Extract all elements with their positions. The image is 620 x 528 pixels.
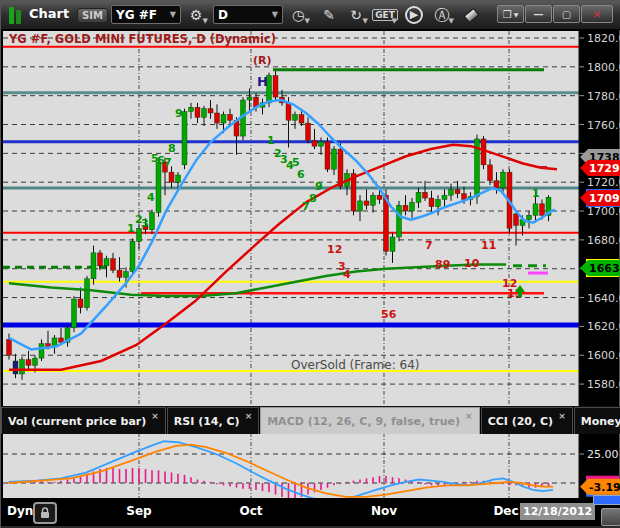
- chart-annotation: H: [257, 74, 268, 89]
- month-label-sep: Sep: [126, 504, 151, 518]
- chart-annotation: 89: [435, 258, 450, 271]
- price-axis-label: 1580.0: [587, 378, 620, 391]
- chart-annotation: 4: [343, 268, 351, 281]
- close-icon[interactable]: ×: [151, 411, 159, 421]
- candle-body: [156, 162, 161, 212]
- scroll-corner-button[interactable]: [601, 508, 620, 526]
- candle-body: [182, 112, 187, 165]
- play-icon: ▶: [405, 6, 423, 24]
- candle-body: [533, 204, 538, 216]
- chevron-down-icon: ▼: [203, 17, 208, 25]
- tab-rsi[interactable]: RSI (14, C) ×: [167, 407, 259, 434]
- eraser-tool-button[interactable]: [458, 4, 484, 26]
- lock-button[interactable]: [33, 502, 57, 524]
- tab-label: RSI (14, C): [174, 415, 240, 428]
- scrollbar-thumb[interactable]: [593, 495, 620, 505]
- chart-annotation: 7: [425, 239, 433, 252]
- candle-body: [176, 175, 181, 182]
- candle-body: [319, 142, 324, 146]
- candle-body: [189, 107, 194, 111]
- price-axis-tag-value: 1709.6: [589, 192, 620, 205]
- lock-icon: [39, 507, 51, 519]
- tab-macd[interactable]: MACD (12, 26, C, 9, false, true) ×: [260, 407, 479, 434]
- candle-body: [91, 253, 96, 279]
- candle-body: [325, 142, 330, 169]
- play-button[interactable]: ▶: [401, 4, 427, 26]
- candle-body: [286, 103, 291, 120]
- symbol-value: YG #F: [116, 8, 157, 22]
- candle-body: [403, 205, 408, 211]
- candle-body: [78, 299, 83, 308]
- chart-annotation: 9: [175, 107, 183, 120]
- time-axis-bar: Dyn Sep Oct Nov Dec 12/18/2012: [1, 498, 620, 528]
- a-circle-icon: Ⓐ: [435, 6, 450, 25]
- candle-body: [455, 189, 460, 193]
- dyn-mode-button[interactable]: Dyn: [7, 504, 33, 518]
- chart-annotation: 8: [309, 192, 317, 205]
- candle-body: [85, 279, 90, 308]
- candle-body: [13, 361, 18, 374]
- candle-body: [208, 109, 213, 113]
- popout-window-button[interactable]: ❐ ▼: [497, 5, 524, 23]
- candle-body: [26, 360, 31, 366]
- candle-body: [501, 172, 506, 188]
- indicator-axis-label: 25.00: [587, 448, 619, 461]
- candle-body: [358, 201, 363, 211]
- interval-combobox[interactable]: D ▼: [213, 5, 283, 24]
- maximize-button[interactable]: ▢: [553, 5, 580, 23]
- candle-body: [442, 195, 447, 199]
- chart-annotation-tick: [540, 166, 547, 169]
- price-axis-label: 1720.0: [587, 176, 620, 189]
- price-axis-label: 1680.0: [587, 234, 620, 247]
- candle-body: [416, 192, 421, 202]
- chart-annotation: 56: [381, 308, 397, 321]
- close-icon[interactable]: ×: [558, 411, 566, 421]
- indicator-plot-background: [3, 433, 579, 498]
- tab-cci[interactable]: CCI (20, C) ×: [481, 407, 573, 434]
- close-button[interactable]: ✕: [581, 5, 613, 23]
- month-label-dec: Dec: [493, 504, 518, 518]
- chart-canvas[interactable]: 1820.01800.01780.01760.01740.01720.01700…: [1, 29, 620, 528]
- tab-label: Vol (current price bar): [8, 415, 146, 428]
- auto-trade-button[interactable]: Ⓐ ▼: [429, 4, 455, 26]
- candle-body: [293, 114, 298, 120]
- candle-body: [215, 113, 220, 123]
- symbol-settings-button[interactable]: ⚙▼: [183, 4, 209, 26]
- minimize-button[interactable]: —: [525, 5, 552, 23]
- candle-body: [488, 165, 493, 181]
- candle-body: [20, 360, 25, 374]
- chart-annotation: 1: [267, 134, 275, 147]
- candle-body: [410, 202, 415, 211]
- tab-moneyflow[interactable]: MoneyFlow (14) ×: [574, 407, 620, 434]
- candle-body: [137, 228, 142, 241]
- candle-body: [540, 204, 545, 216]
- candle-body: [130, 241, 135, 271]
- candle-body: [98, 253, 103, 266]
- get-data-button[interactable]: GET ▼: [372, 4, 398, 26]
- symbol-combobox[interactable]: YG #F ▼: [111, 5, 181, 24]
- chart-annotation: 1: [532, 187, 540, 200]
- candle-body: [150, 212, 155, 229]
- candle-body: [111, 259, 116, 271]
- minimize-icon: —: [534, 9, 544, 20]
- candle-body: [33, 358, 38, 365]
- indicator-tab-bar: Vol (current price bar) × RSI (14, C) × …: [1, 406, 620, 434]
- candle-body: [423, 192, 428, 198]
- popout-icon: ❐: [503, 9, 512, 20]
- candle-body: [364, 201, 369, 205]
- chevron-down-icon: ▼: [305, 17, 310, 25]
- draw-tool-button[interactable]: ✎: [316, 4, 342, 26]
- close-icon: ✕: [593, 9, 601, 20]
- time-template-button[interactable]: ◷▼: [285, 4, 311, 26]
- candle-body: [494, 181, 499, 188]
- candle-body: [397, 205, 402, 237]
- tab-volume[interactable]: Vol (current price bar) ×: [1, 407, 166, 434]
- candle-body: [72, 299, 77, 328]
- candle-body: [390, 237, 395, 251]
- chart-annotation: 3: [141, 217, 149, 230]
- price-axis-label: 1780.0: [587, 90, 620, 103]
- close-icon[interactable]: ×: [465, 411, 473, 421]
- reload-button[interactable]: ↻▼: [343, 4, 369, 26]
- chart-annotation: OverSold (Frame: 64): [291, 358, 419, 372]
- close-icon[interactable]: ×: [245, 411, 253, 421]
